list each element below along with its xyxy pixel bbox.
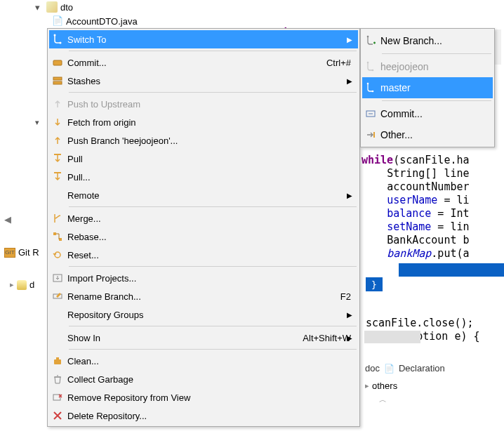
- pull-icon: [49, 153, 66, 164]
- svg-rect-12: [56, 357, 59, 359]
- menu-switch-to[interactable]: Switch To ▶: [49, 30, 358, 48]
- menu-separator: [69, 266, 357, 267]
- others-group[interactable]: ▸ others: [365, 381, 397, 391]
- menu-rebase[interactable]: Rebase...: [49, 227, 358, 246]
- menu-reset[interactable]: Reset...: [49, 246, 358, 264]
- package-icon: [46, 1, 58, 13]
- git-context-menu: Switch To ▶ Commit... Ctrl+# Stashes ▶ P…: [47, 28, 360, 427]
- branch-icon: [362, 61, 379, 72]
- chevron-right-icon[interactable]: ▸: [365, 381, 369, 390]
- merge-icon: [49, 213, 66, 224]
- fetch-icon: [49, 117, 66, 128]
- submenu-label: heejoojeon: [379, 61, 493, 72]
- submenu-branch-heejoojeon: heejoojeon: [362, 56, 493, 77]
- menu-separator: [69, 51, 357, 51]
- menu-commit[interactable]: Commit... Ctrl+#: [49, 53, 358, 72]
- view-label: Git R: [18, 247, 39, 258]
- svg-point-1: [60, 42, 62, 44]
- menu-label: Repository Groups: [66, 310, 358, 320]
- declaration-tab[interactable]: Declaration: [399, 363, 445, 373]
- gutter-strip: [364, 331, 420, 343]
- submenu-arrow-icon: ▶: [347, 77, 352, 85]
- menu-separator: [69, 92, 357, 93]
- menu-push-branch[interactable]: Push Branch 'heejoojeon'...: [49, 131, 358, 150]
- submenu-other[interactable]: Other...: [362, 124, 493, 145]
- menu-label: Pull: [66, 154, 358, 164]
- svg-point-17: [367, 83, 369, 85]
- menu-collect-garbage[interactable]: Collect Garbage: [49, 370, 358, 388]
- repository-node[interactable]: ▸ d: [10, 279, 34, 290]
- submenu-label: Other...: [379, 129, 493, 140]
- javadoc-tab-fragment[interactable]: doc: [365, 363, 380, 373]
- menu-label: Clean...: [66, 356, 358, 366]
- menu-label: Commit...: [66, 58, 326, 68]
- git-repo-icon: GIT: [4, 248, 15, 258]
- delete-icon: [49, 410, 66, 421]
- chevron-right-icon[interactable]: ▸: [10, 280, 14, 289]
- menu-separator: [69, 349, 357, 350]
- commit-icon: [362, 108, 379, 119]
- menu-fetch[interactable]: Fetch from origin: [49, 113, 358, 131]
- package-label[interactable]: dto: [60, 2, 73, 13]
- menu-label: Reset...: [66, 250, 358, 260]
- menu-pull[interactable]: Pull: [49, 150, 358, 168]
- chevron-down-icon[interactable]: ▾: [35, 118, 39, 127]
- checkout-icon: [362, 129, 379, 140]
- menu-accelerator: Ctrl+#: [326, 58, 358, 68]
- svg-rect-5: [54, 154, 61, 155]
- submenu-label: Commit...: [379, 108, 493, 119]
- rebase-icon: [49, 231, 66, 242]
- submenu-arrow-icon: ▶: [347, 36, 352, 44]
- project-tree[interactable]: ▾ dto AccountDTO.java: [35, 0, 138, 28]
- menu-repository-groups[interactable]: Repository Groups ▶: [49, 305, 358, 324]
- menu-rename-branch[interactable]: Rename Branch... F2: [49, 287, 358, 305]
- submenu-label: New Branch...: [379, 35, 493, 46]
- menu-stashes[interactable]: Stashes ▶: [49, 72, 358, 90]
- menu-push-upstream: Push to Upstream: [49, 95, 358, 113]
- submenu-branch-master[interactable]: master: [362, 77, 493, 98]
- menu-pull-dialog[interactable]: Pull...: [49, 168, 358, 186]
- menu-delete-repository[interactable]: Delete Repository...: [49, 406, 358, 425]
- declaration-icon: [384, 363, 394, 373]
- submenu-arrow-icon: ▶: [347, 192, 352, 199]
- file-label[interactable]: AccountDTO.java: [66, 16, 138, 27]
- chevron-up-icon[interactable]: ︿: [379, 395, 387, 405]
- git-repositories-view[interactable]: GIT Git R: [4, 247, 39, 258]
- svg-rect-8: [59, 238, 62, 241]
- new-branch-icon: [362, 35, 379, 46]
- others-label: others: [372, 381, 397, 391]
- selection-highlight: [399, 263, 504, 277]
- chevron-down-icon[interactable]: ▾: [35, 2, 44, 13]
- svg-rect-2: [53, 60, 62, 65]
- svg-rect-11: [54, 359, 61, 364]
- menu-label: Rebase...: [66, 232, 358, 242]
- menu-label: Remote: [66, 190, 358, 201]
- import-icon: [49, 272, 66, 284]
- arrow-left-icon: ◀: [4, 214, 11, 225]
- menu-import-projects[interactable]: Import Projects...: [49, 269, 358, 287]
- switch-to-submenu: New Branch... heejoojeon master Commit..…: [360, 28, 495, 147]
- trash-icon: [49, 373, 66, 385]
- submenu-arrow-icon: ▶: [347, 311, 352, 319]
- menu-merge[interactable]: Merge...: [49, 209, 358, 227]
- views-tab-bar[interactable]: doc Declaration: [365, 363, 445, 373]
- svg-point-16: [372, 70, 374, 72]
- menu-label: Push to Upstream: [66, 99, 358, 110]
- svg-rect-3: [53, 77, 62, 80]
- submenu-new-branch[interactable]: New Branch...: [362, 30, 493, 51]
- menu-show-in[interactable]: Show In Alt+Shift+W ▶: [49, 329, 358, 347]
- svg-point-18: [372, 91, 374, 93]
- menu-remote[interactable]: Remote ▶: [49, 186, 358, 204]
- clean-icon: [49, 355, 66, 366]
- menu-label: Delete Repository...: [66, 411, 358, 421]
- commit-icon: [49, 57, 66, 68]
- menu-remove-from-view[interactable]: Remove Repository from View: [49, 388, 358, 406]
- menu-separator: [382, 53, 491, 54]
- horizontal-scroll-left[interactable]: ◀: [4, 214, 11, 225]
- submenu-commit[interactable]: Commit...: [362, 103, 493, 124]
- code-block[interactable]: while(scanFile.ha String[] line accountN…: [362, 140, 470, 260]
- branch-icon: [362, 82, 379, 93]
- rename-icon: [49, 291, 66, 302]
- menu-clean[interactable]: Clean...: [49, 352, 358, 370]
- svg-point-15: [367, 62, 369, 64]
